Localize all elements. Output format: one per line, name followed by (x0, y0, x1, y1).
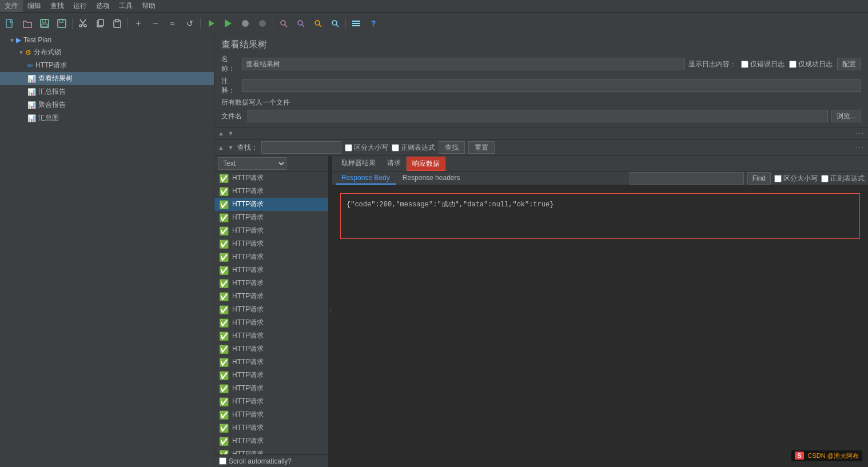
case-sensitive-checkbox[interactable] (345, 144, 352, 151)
tab-request[interactable]: 请求 (381, 156, 407, 171)
toolbar-rotate[interactable]: ↺ (182, 15, 198, 31)
arrow-up-1[interactable]: ▲ (218, 130, 224, 137)
arrow-down-1[interactable]: ▼ (228, 130, 234, 137)
request-label-21: HTTP请求 (232, 436, 264, 446)
reset-button[interactable]: 重置 (468, 141, 495, 154)
toolbar-new[interactable] (2, 15, 18, 31)
toolbar-cut[interactable] (75, 15, 91, 31)
menu-help[interactable]: 帮助 (137, 0, 160, 12)
request-label-5: HTTP请求 (232, 226, 264, 236)
list-item[interactable]: ✅ HTTP请求 (214, 237, 328, 250)
menu-file[interactable]: 文件 (0, 0, 23, 12)
response-panel: 取样器结果 请求 响应数据 Response Body Response hea… (332, 156, 868, 467)
list-item[interactable]: ✅ HTTP请求 (214, 250, 328, 264)
list-item[interactable]: ✅ HTTP请求 (214, 356, 328, 369)
comment-input[interactable] (242, 79, 861, 92)
toolbar-paste[interactable] (109, 15, 125, 31)
menu-options[interactable]: 选项 (91, 0, 114, 12)
list-item[interactable]: ✅ HTTP请求 (214, 395, 328, 408)
list-item[interactable]: ✅ HTTP请求 (214, 382, 328, 395)
toolbar-help[interactable]: ? (365, 15, 381, 31)
toolbar-search4[interactable] (327, 15, 343, 31)
summaryreport-icon: 📊 (27, 88, 36, 96)
toolbar-search3[interactable] (310, 15, 326, 31)
menu-find[interactable]: 查找 (46, 0, 69, 12)
list-item[interactable]: ✅ HTTP请求 (214, 408, 328, 421)
tab-response-data[interactable]: 响应数据 (407, 157, 445, 171)
request-label-2: HTTP请求 (232, 186, 264, 196)
toolbar-open[interactable] (19, 15, 35, 31)
sidebar-item-summarychart[interactable]: 📊 汇总图 (0, 111, 214, 125)
tab-sampler-result[interactable]: 取样器结果 (336, 156, 381, 171)
list-item[interactable]: ✅ HTTP请求 (214, 434, 328, 448)
list-item[interactable]: ✅ HTTP请求 (214, 264, 328, 277)
error-log-check[interactable]: 仅错误日志 (741, 59, 785, 69)
case-sensitive-check[interactable]: 区分大小写 (345, 143, 388, 153)
name-input[interactable] (242, 58, 685, 70)
response-case-checkbox[interactable] (774, 175, 782, 182)
success-log-check[interactable]: 仅成功日志 (789, 59, 833, 69)
response-content[interactable]: {"code":200,"message":"成功","data":null,"… (340, 193, 860, 239)
toolbar-save[interactable] (37, 15, 53, 31)
response-find-button[interactable]: Find (747, 172, 771, 185)
toolbar-wave[interactable]: ≈ (165, 15, 181, 31)
sidebar-item-distributedlock[interactable]: ▼ ⚙ 分布式锁 (0, 46, 214, 59)
list-item[interactable]: ✅ HTTP请求 (214, 277, 328, 290)
sidebar-item-resultview[interactable]: 📊 查看结果树 (0, 72, 214, 85)
search-input[interactable] (261, 141, 341, 154)
list-item[interactable]: ✅ HTTP请求 (214, 185, 328, 198)
list-item[interactable]: ✅ HTTP请求 (214, 303, 328, 316)
response-regex-check[interactable]: 正则表达式 (821, 174, 865, 183)
error-log-checkbox[interactable] (741, 61, 748, 68)
list-item[interactable]: ✅ HTTP请求 (214, 342, 328, 356)
toolbar-run[interactable] (203, 15, 219, 31)
toolbar-saveas[interactable] (54, 15, 70, 31)
scroll-auto-checkbox[interactable] (219, 457, 226, 465)
toolbar-list[interactable] (348, 15, 364, 31)
file-input[interactable] (248, 110, 828, 122)
toolbar-minus[interactable]: − (148, 15, 164, 31)
list-item[interactable]: ✅ HTTP请求 (214, 369, 328, 382)
regex-check[interactable]: 正则表达式 (392, 143, 435, 153)
response-find-input[interactable] (630, 172, 744, 185)
scroll-auto-label[interactable]: Scroll automatically? (219, 457, 292, 465)
sidebar-item-aggregatereport[interactable]: 📊 聚合报告 (0, 98, 214, 111)
find-button[interactable]: 查找 (439, 141, 465, 154)
svg-point-21 (315, 21, 320, 25)
config-button[interactable]: 配置 (837, 58, 861, 70)
list-item-active[interactable]: ✅ HTTP请求 (214, 198, 328, 211)
list-item[interactable]: ✅ HTTP请求 (214, 421, 328, 434)
browse-button[interactable]: 浏览... (831, 110, 861, 122)
toolbar-search2[interactable] (293, 15, 309, 31)
toolbar-plus[interactable]: + (130, 15, 146, 31)
menu-run[interactable]: 运行 (69, 0, 91, 12)
subtab-response-headers[interactable]: Response headers (397, 172, 466, 185)
list-item[interactable]: ✅ HTTP请求 (214, 316, 328, 329)
arrow-up-2[interactable]: ▲ (218, 144, 224, 151)
list-item[interactable]: ✅ HTTP请求 (214, 448, 328, 454)
toolbar-run2[interactable] (220, 15, 236, 31)
list-item[interactable]: ✅ HTTP请求 (214, 329, 328, 342)
list-item[interactable]: ✅ HTTP请求 (214, 171, 328, 185)
toolbar-stop2[interactable] (254, 15, 270, 31)
toolbar-stop[interactable] (237, 15, 253, 31)
sidebar-item-httprequest[interactable]: ✏ HTTP请求 (0, 59, 214, 72)
list-item[interactable]: ✅ HTTP请求 (214, 290, 328, 303)
testplan-icon: ▶ (16, 36, 21, 44)
menu-tools[interactable]: 工具 (114, 0, 137, 12)
sidebar-item-summaryreport[interactable]: 📊 汇总报告 (0, 85, 214, 98)
list-item[interactable]: ✅ HTTP请求 (214, 224, 328, 237)
list-item[interactable]: ✅ HTTP请求 (214, 211, 328, 224)
response-case-check[interactable]: 区分大小写 (774, 174, 818, 183)
sidebar-item-testplan[interactable]: ▼ ▶ Test Plan (0, 34, 214, 46)
format-select[interactable]: Text HTML JSON XML (218, 157, 286, 170)
arrow-down-2[interactable]: ▼ (228, 144, 234, 151)
toolbar-sep-1 (72, 18, 73, 29)
toolbar-search1[interactable] (276, 15, 292, 31)
menu-edit[interactable]: 编辑 (23, 0, 46, 12)
subtab-response-body[interactable]: Response Body (336, 172, 396, 185)
toolbar-copy[interactable] (92, 15, 108, 31)
regex-checkbox[interactable] (392, 144, 399, 151)
success-log-checkbox[interactable] (789, 61, 797, 68)
response-regex-checkbox[interactable] (821, 175, 829, 182)
